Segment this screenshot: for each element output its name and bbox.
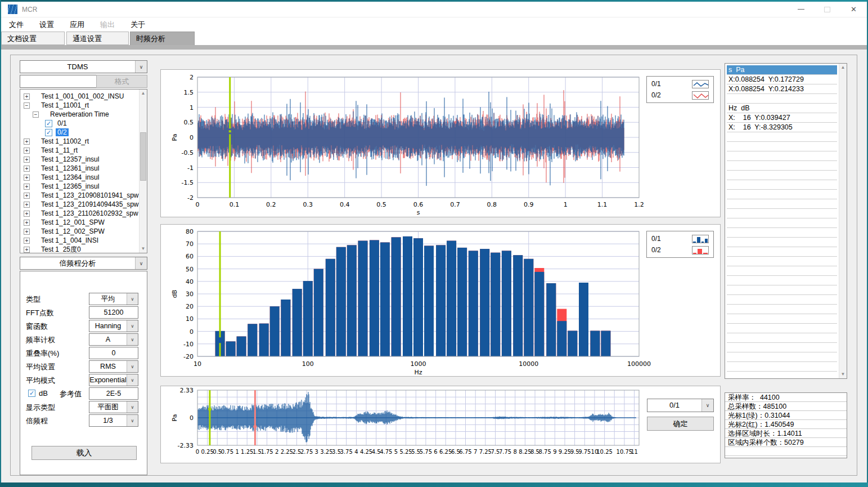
chevron-down-icon[interactable]: ∨	[127, 401, 138, 413]
form-field-overlap-percent[interactable]: 0	[89, 347, 138, 359]
form-field-octave[interactable]: 1/3∨	[89, 414, 138, 427]
tree-item-test-1-11001-rt[interactable]: −Test 1_11001_rt	[20, 101, 139, 110]
form-field-db-reference[interactable]: 2E-5	[89, 387, 138, 400]
tree-item-reverberation-time[interactable]: −Reverberation Time	[20, 110, 139, 119]
readout-row-empty[interactable]	[727, 305, 837, 314]
tab-document-settings[interactable]: 文档设置	[1, 32, 65, 45]
form-field-average-setting[interactable]: RMS∨	[89, 360, 138, 373]
checkbox[interactable]: ✓	[45, 129, 52, 136]
scroll-down-icon[interactable]: ▼	[839, 370, 847, 378]
format-type-combo[interactable]: TDMS ∨	[20, 60, 147, 73]
menu-item-file[interactable]: 文件	[9, 20, 24, 30]
time-waveform-chart[interactable]: 21.510.50-0.5-1-1.5-200.10.20.30.40.50.6…	[161, 70, 720, 217]
checkbox[interactable]: ✓	[45, 120, 52, 127]
tree-expander-icon[interactable]: +	[24, 175, 30, 181]
readout-row-empty[interactable]	[727, 285, 837, 295]
tree-expander-icon[interactable]: +	[24, 229, 30, 235]
readout-row-empty[interactable]	[727, 190, 837, 199]
readout-row-empty[interactable]	[727, 228, 837, 238]
readout-row-empty[interactable]	[727, 218, 837, 228]
readout-row-empty[interactable]	[727, 209, 837, 218]
menu-item-about[interactable]: 关于	[131, 20, 145, 30]
tree-expander-icon[interactable]: +	[24, 138, 30, 145]
chevron-down-icon[interactable]: ∨	[127, 361, 138, 372]
readout-row-empty[interactable]	[727, 324, 837, 333]
tab-time-frequency-analysis[interactable]: 时频分析	[130, 32, 195, 46]
tree-expander-icon[interactable]: +	[24, 220, 30, 226]
form-field-display-type[interactable]: 平面图∨	[89, 401, 138, 413]
readout-row-empty[interactable]	[727, 257, 837, 266]
tree-expander-icon[interactable]: +	[24, 184, 30, 190]
readout-row-empty[interactable]	[727, 343, 837, 352]
tree-item-test-1-123-211026102932-spw[interactable]: +Test 1_123_211026102932_spw	[20, 209, 139, 218]
readout-row[interactable]: Hz dB	[727, 104, 837, 113]
tree-item-test-1-123-210908101941-spw[interactable]: +Test 1_123_210908101941_spw	[20, 191, 139, 200]
scroll-up-icon[interactable]: ▲	[839, 64, 847, 72]
readout-row[interactable]: X:0.088254 Y:0.172729	[727, 75, 837, 84]
tree-expander-icon[interactable]: +	[24, 93, 30, 100]
readout-row[interactable]: X:0.088254 Y:0.214233	[727, 84, 837, 94]
chevron-down-icon[interactable]: ∨	[127, 320, 138, 332]
readout-row[interactable]: X: 16 Y:-8.329305	[727, 123, 837, 132]
form-field-average-mode[interactable]: Exponential∨	[89, 374, 138, 386]
filter-input[interactable]	[20, 75, 97, 88]
readout-row[interactable]: s Pa	[727, 65, 837, 75]
readout-scrollbar[interactable]: ▲ ▼	[839, 64, 847, 378]
menu-item-settings[interactable]: 设置	[39, 20, 54, 30]
octave-spectrum-chart[interactable]: 80706050403020100-10-2010100100010000100…	[161, 225, 720, 376]
overview-channel-combo[interactable]: 0/1 ∨	[647, 399, 714, 412]
scrollbar-thumb[interactable]	[140, 132, 146, 181]
form-field-fft-points[interactable]: 51200	[89, 306, 138, 319]
tab-channel-settings[interactable]: 通道设置	[66, 32, 129, 45]
tree-expander-icon[interactable]: +	[24, 202, 30, 208]
tree-item-test-1-12365-insul[interactable]: +Test 1_12365_insul	[20, 182, 139, 191]
readout-row-empty[interactable]	[727, 266, 837, 276]
readout-row-empty[interactable]	[727, 372, 837, 379]
tree-item-test-1-11-rt[interactable]: +Test 1_11_rt	[20, 146, 139, 155]
tree-expander-icon[interactable]: +	[24, 247, 30, 253]
tree-scrollbar[interactable]: ▲ ▼	[139, 90, 147, 253]
tree-item-test-1-123-210914094435-spw[interactable]: +Test 1_123_210914094435_spw	[20, 200, 139, 209]
readout-row-empty[interactable]	[727, 314, 837, 324]
readout-row-empty[interactable]	[727, 171, 837, 180]
format-button[interactable]: 格式	[96, 75, 147, 88]
tree-expander-icon[interactable]: +	[24, 193, 30, 199]
tree-item-channel-0-2[interactable]: ✓0/2	[20, 128, 139, 137]
analysis-type-combo[interactable]: 倍频程分析 ∨	[20, 257, 147, 270]
overview-waveform-chart[interactable]: 2.330-2.3300.250.50.7511.251.51.7522.252…	[161, 386, 720, 463]
form-field-window-function[interactable]: Hanning∨	[89, 320, 138, 332]
chevron-down-icon[interactable]: ∨	[135, 257, 147, 269]
tree-expander-icon[interactable]: +	[24, 211, 30, 217]
readout-row-empty[interactable]	[727, 132, 837, 142]
checkbox[interactable]: ✓	[28, 390, 35, 397]
chevron-down-icon[interactable]: ∨	[135, 61, 147, 73]
scroll-down-icon[interactable]: ▼	[140, 245, 147, 253]
tree-item-channel-0-1[interactable]: ✓0/1	[20, 119, 139, 128]
close-button[interactable]: ✕	[840, 2, 867, 17]
chevron-down-icon[interactable]: ∨	[701, 399, 713, 412]
tree-expander-icon[interactable]: +	[24, 148, 30, 154]
readout-row-empty[interactable]	[727, 238, 837, 247]
readout-row-empty[interactable]	[727, 151, 837, 161]
readout-row-empty[interactable]	[727, 352, 837, 362]
tree-item-test-1-001-001-002-insu[interactable]: +Test 1_001_001_002_INSU	[20, 92, 139, 101]
readout-row[interactable]: X: 16 Y:0.039427	[727, 113, 837, 123]
tree-item-test-1-12-001-spw[interactable]: +Test 1_12_001_SPW	[20, 218, 139, 227]
tree-item-test-1-25-0[interactable]: +Test 1_25度0	[20, 245, 139, 253]
readout-row-empty[interactable]	[727, 362, 837, 372]
readout-row-empty[interactable]	[727, 276, 837, 285]
minimize-button[interactable]	[788, 2, 814, 17]
load-button[interactable]: 载入	[32, 446, 137, 460]
readout-row-empty[interactable]	[727, 199, 837, 209]
readout-row[interactable]	[727, 94, 837, 104]
form-field-type[interactable]: 平均∨	[89, 293, 138, 305]
tree-item-test-1-12357-insul[interactable]: +Test 1_12357_insul	[20, 155, 139, 164]
tree-expander-icon[interactable]: −	[24, 102, 30, 109]
chevron-down-icon[interactable]: ∨	[127, 293, 138, 305]
chevron-down-icon[interactable]: ∨	[127, 334, 138, 345]
readout-row-empty[interactable]	[727, 161, 837, 171]
form-field-frequency-weighting[interactable]: A∨	[89, 333, 138, 346]
tree-expander-icon[interactable]: +	[24, 166, 30, 172]
readout-row-empty[interactable]	[727, 180, 837, 190]
confirm-button[interactable]: 确定	[647, 417, 714, 431]
